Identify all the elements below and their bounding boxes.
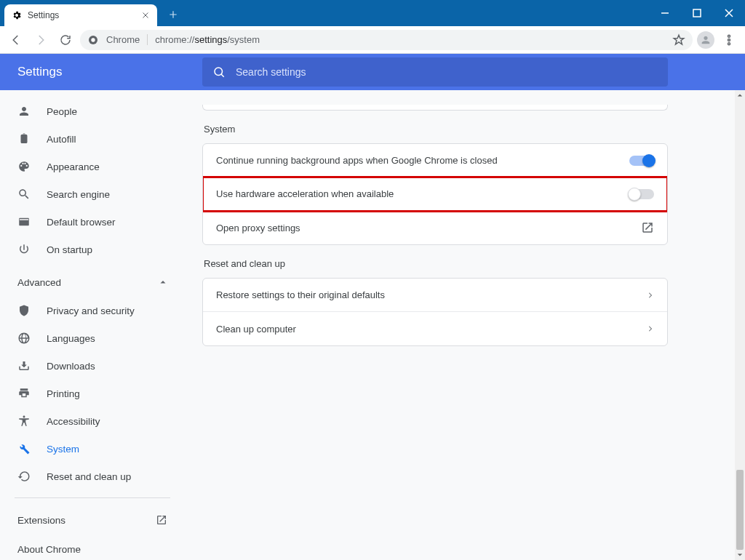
search-icon <box>212 65 226 79</box>
toggle-switch[interactable] <box>629 156 654 166</box>
url-text: chrome://settings/system <box>155 34 260 45</box>
settings-header: Settings <box>0 54 745 90</box>
sidebar-item-label: On startup <box>47 244 92 255</box>
setting-row[interactable]: Clean up computer <box>203 312 667 345</box>
setting-row[interactable]: Use hardware acceleration when available <box>203 177 667 211</box>
toggle-switch[interactable] <box>629 189 654 199</box>
palette-icon <box>17 160 31 173</box>
page-title: Settings <box>17 65 202 79</box>
sidebar-item-system[interactable]: System <box>0 435 185 463</box>
sidebar-item-label: Appearance <box>47 161 100 172</box>
new-tab-button[interactable] <box>163 4 183 25</box>
close-window-button[interactable] <box>713 0 745 26</box>
setting-label: Continue running background apps when Go… <box>216 155 498 166</box>
power-icon <box>17 243 31 256</box>
sidebar-item-label: Languages <box>47 333 95 344</box>
forward-button[interactable] <box>31 30 51 50</box>
chrome-icon <box>87 34 99 46</box>
globe-icon <box>17 332 31 345</box>
bookmark-icon[interactable] <box>672 33 685 47</box>
setting-row[interactable]: Open proxy settings <box>203 211 667 244</box>
search-input[interactable] <box>236 66 658 78</box>
plus-icon <box>168 9 178 20</box>
profile-avatar[interactable] <box>697 31 714 49</box>
sidebar-item-autofill[interactable]: Autofill <box>0 125 185 153</box>
advanced-label: Advanced <box>17 277 61 288</box>
search-settings[interactable] <box>202 57 668 87</box>
svg-point-3 <box>728 35 730 37</box>
content-area: System Continue running background apps … <box>185 90 745 560</box>
sidebar-item-search-engine[interactable]: Search engine <box>0 180 185 208</box>
advanced-toggle[interactable]: Advanced <box>0 268 185 297</box>
a11y-icon <box>17 415 31 428</box>
sidebar-item-label: Printing <box>47 388 80 399</box>
sidebar-item-label: Downloads <box>47 361 95 372</box>
chevron-right-icon <box>647 292 654 299</box>
sidebar-item-privacy-and-security[interactable]: Privacy and security <box>0 297 185 324</box>
sidebar-item-label: Accessibility <box>47 416 100 427</box>
close-icon[interactable] <box>141 11 150 20</box>
scrollbar[interactable] <box>735 90 745 560</box>
sidebar: PeopleAutofillAppearanceSearch engineDef… <box>0 90 185 560</box>
sidebar-item-accessibility[interactable]: Accessibility <box>0 407 185 435</box>
restore-icon <box>17 470 31 483</box>
shield-icon <box>17 304 31 317</box>
print-icon <box>17 387 31 400</box>
back-button[interactable] <box>6 30 26 50</box>
svg-point-4 <box>728 39 730 41</box>
window-titlebar: Settings <box>0 0 745 26</box>
setting-label: Restore settings to their original defau… <box>216 289 385 300</box>
sidebar-item-default-browser[interactable]: Default browser <box>0 208 185 236</box>
browser-icon <box>17 215 31 228</box>
sidebar-item-label: System <box>47 444 79 455</box>
setting-label: Open proxy settings <box>216 223 300 233</box>
launch-icon <box>641 221 654 234</box>
address-bar[interactable]: Chrome chrome://settings/system <box>80 30 693 50</box>
browser-toolbar: Chrome chrome://settings/system <box>0 26 745 54</box>
divider <box>15 497 170 498</box>
tab-title: Settings <box>28 10 135 20</box>
clipboard-icon <box>17 132 31 145</box>
window-controls <box>649 0 745 26</box>
setting-row[interactable]: Restore settings to their original defau… <box>203 279 667 312</box>
reload-button[interactable] <box>55 30 76 50</box>
menu-button[interactable] <box>719 30 739 50</box>
scroll-down-icon[interactable] <box>735 550 745 560</box>
maximize-button[interactable] <box>681 0 713 26</box>
sidebar-item-people[interactable]: People <box>0 97 185 125</box>
browser-tab[interactable]: Settings <box>4 4 157 26</box>
setting-row[interactable]: Continue running background apps when Go… <box>203 144 667 177</box>
launch-icon <box>156 514 167 526</box>
sidebar-item-printing[interactable]: Printing <box>0 380 185 407</box>
minimize-button[interactable] <box>649 0 681 26</box>
person-icon <box>17 105 31 118</box>
sidebar-item-reset-and-clean-up[interactable]: Reset and clean up <box>0 463 185 490</box>
svg-point-5 <box>728 42 730 44</box>
sidebar-item-appearance[interactable]: Appearance <box>0 153 185 180</box>
sidebar-item-label: Autofill <box>47 134 76 145</box>
sidebar-item-on-startup[interactable]: On startup <box>0 236 185 263</box>
search-icon <box>17 188 31 201</box>
sidebar-extensions[interactable]: Extensions <box>0 505 185 535</box>
prev-card-fragment <box>202 105 668 111</box>
chevron-right-icon <box>647 325 654 332</box>
svg-point-6 <box>215 68 223 76</box>
sidebar-item-label: Search engine <box>47 189 110 200</box>
section-title-reset: Reset and clean up <box>204 258 745 269</box>
download-icon <box>17 359 31 372</box>
svg-point-2 <box>91 38 95 41</box>
system-card: Continue running background apps when Go… <box>202 143 668 245</box>
wrench-icon <box>17 442 31 455</box>
sidebar-item-label: Default browser <box>47 217 116 228</box>
chevron-up-icon <box>159 278 167 287</box>
scroll-up-icon[interactable] <box>735 90 745 100</box>
sidebar-item-downloads[interactable]: Downloads <box>0 352 185 380</box>
sidebar-item-languages[interactable]: Languages <box>0 324 185 352</box>
sidebar-about[interactable]: About Chrome <box>0 535 185 560</box>
setting-label: Use hardware acceleration when available <box>216 188 394 199</box>
sidebar-item-label: People <box>47 106 77 117</box>
setting-label: Clean up computer <box>216 324 296 335</box>
scroll-thumb[interactable] <box>736 470 744 550</box>
section-title-system: System <box>204 124 745 135</box>
gear-icon <box>12 10 22 20</box>
